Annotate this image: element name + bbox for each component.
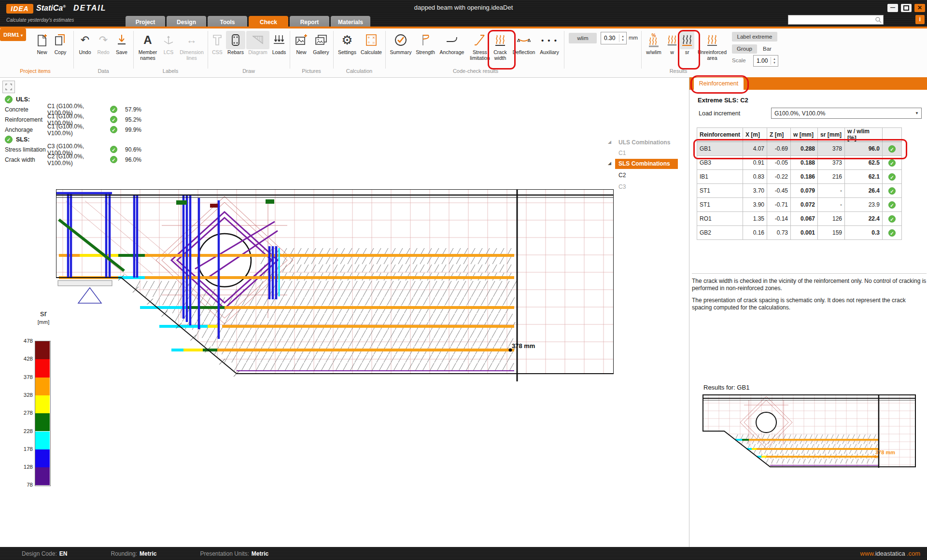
col-x: X [m] [743, 128, 767, 142]
sr-button[interactable]: sr [680, 31, 694, 56]
mini-beam-drawing: 378 mm [702, 394, 916, 468]
legend-title: sr [34, 309, 53, 319]
undo-label: Undo [76, 50, 94, 56]
design-code-value: EN [59, 550, 68, 557]
tree-item-uls-combinations[interactable]: ◢ ULS Combinations [606, 139, 689, 148]
cell-ratio: 26.4 [845, 184, 883, 198]
table-row-ro1[interactable]: RO11.35-0.140.06712622.4✓ [697, 212, 902, 226]
cell-name: ST1 [697, 184, 743, 198]
undo-button[interactable]: ↶ Undo [76, 31, 94, 56]
row-combo: C1 (G100.0%, V100.0%) [47, 123, 110, 137]
table-row-ib1[interactable]: IB10.83-0.220.18621662.1✓ [697, 170, 902, 184]
beam-outline [56, 189, 614, 381]
summary-label: Summary [388, 50, 413, 56]
table-row-st1a[interactable]: ST13.70-0.450.079-26.4✓ [697, 184, 902, 198]
css-button[interactable]: CSS [210, 31, 225, 56]
anchorage-icon [437, 31, 466, 49]
table-row-st1b[interactable]: ST13.90-0.710.072-23.9✓ [697, 198, 902, 212]
url-suffix: .com [907, 550, 920, 557]
table-row-gb1[interactable]: GB14.07-0.690.28837896.0✓ [697, 142, 902, 156]
info-button[interactable]: i [915, 15, 925, 24]
check-icon: ✓ [888, 145, 896, 153]
ribbon-group-pictures: Pictures [302, 68, 321, 74]
reinforcement-results-table: Reinforcement X [m] Z [m] w [mm] sr [mm]… [697, 127, 902, 240]
group-toggle[interactable]: Group [732, 44, 757, 54]
ribbon-divider [333, 31, 334, 69]
new-picture-icon [293, 31, 310, 49]
redo-button[interactable]: ↷ Redo [95, 31, 112, 56]
crack-width-notes: The crack width is checked in the vicini… [692, 273, 927, 316]
search-input[interactable] [788, 17, 875, 23]
member-names-button[interactable]: A Member names [136, 31, 159, 61]
ribbon-divider [385, 31, 386, 69]
table-row-gb3[interactable]: GB30.91-0.050.18837362.5✓ [697, 156, 902, 170]
cell-ratio: 62.5 [845, 156, 883, 170]
legend-tick: 378 [19, 374, 33, 380]
settings-button[interactable]: ⚙ Settings [336, 31, 358, 56]
cell-sr: 159 [818, 226, 845, 240]
new-label: New [33, 50, 51, 56]
new-picture-button[interactable]: New [293, 31, 310, 56]
drm-selector[interactable]: DRM1 ▾ [0, 28, 26, 41]
scale-value: 1.00 [754, 57, 771, 64]
tree-item-sls-combinations[interactable]: ◢ SLS Combinations [606, 160, 689, 169]
website-link[interactable]: www.ideastatica.com [860, 547, 920, 560]
stress-limitation-button[interactable]: Stress limitation [467, 31, 492, 61]
load-increment-label: Load increment [699, 110, 740, 117]
brand-tagline: Calculate yesterday's estimates [6, 17, 74, 23]
load-increment-dropdown[interactable]: G100.0%, V100.0% ▼ [771, 108, 922, 119]
summary-button[interactable]: Summary [388, 31, 413, 56]
cell-w: 0.186 [791, 170, 818, 184]
tab-reinforcement[interactable]: Reinforcement [694, 78, 744, 90]
ribbon-group-labels: Labels [163, 68, 178, 74]
w-wlim-button[interactable]: % w/wlim [643, 31, 664, 56]
tree-expand-icon[interactable]: ◢ [608, 161, 611, 166]
diagram-button[interactable]: Diagram [246, 31, 269, 56]
dimension-lines-label: Dimension lines [178, 50, 206, 61]
crack-width-button[interactable]: Crack width [491, 31, 510, 61]
calculate-button[interactable]: +×÷= Calculate [359, 31, 383, 56]
table-row-gb2[interactable]: GB20.160.730.0011590.3✓ [697, 226, 902, 240]
w-button[interactable]: w [666, 31, 678, 56]
auxiliary-button[interactable]: • • • Auxiliary [537, 31, 562, 56]
tree-item-c1[interactable]: C1 [606, 150, 689, 158]
tree-item-c3[interactable]: C3 [606, 183, 689, 192]
dimension-lines-button[interactable]: ↔ Dimension lines [178, 31, 206, 61]
ribbon-divider [133, 31, 134, 69]
copy-icon [51, 31, 70, 49]
close-button[interactable]: ✕ [914, 4, 925, 12]
legend-tick: 478 [19, 338, 33, 344]
lcs-label: LCS [160, 50, 177, 56]
strength-button[interactable]: Strength [414, 31, 436, 56]
deflection-button[interactable]: Deflection [512, 31, 536, 56]
cell-ratio: 0.3 [845, 226, 883, 240]
scale-spinner[interactable]: 1.00 ▲▼ [753, 55, 778, 67]
tree-item-c2[interactable]: C2 [606, 172, 689, 181]
cell-w: 0.001 [791, 226, 818, 240]
lcs-button[interactable]: LCS [160, 31, 177, 56]
rebars-button[interactable]: Rebars [226, 31, 245, 56]
search-box[interactable] [788, 15, 884, 25]
wlim-toggle[interactable]: wlim [569, 33, 597, 43]
tree-expand-icon[interactable]: ◢ [608, 140, 611, 144]
summary-row: AnchorageC1 (G100.0%, V100.0%)✓99.9% [5, 125, 169, 135]
label-extreme-toggle[interactable]: Label extreme [732, 32, 777, 42]
maximize-button[interactable] [901, 4, 912, 12]
support [58, 280, 112, 303]
copy-button[interactable]: Copy [51, 31, 70, 56]
gallery-button[interactable]: Gallery [311, 31, 331, 56]
auxiliary-label: Auxiliary [537, 50, 562, 56]
new-project-item-button[interactable]: New [33, 31, 51, 56]
anchorage-button[interactable]: Anchorage [437, 31, 466, 56]
loads-button[interactable]: Loads [270, 31, 288, 56]
spinner-arrows-icon[interactable]: ▲▼ [619, 34, 626, 42]
spinner-arrows-icon[interactable]: ▲▼ [771, 57, 778, 65]
svg-text:%: % [652, 33, 656, 38]
stress-limitation-label: Stress limitation [467, 50, 492, 61]
unreinforced-area-button[interactable]: Unreinforced area [696, 31, 728, 61]
save-button[interactable]: Save [113, 31, 130, 56]
minimize-button[interactable]: — [887, 4, 898, 12]
wlim-value-spinner[interactable]: 0.30 ▲▼ [601, 32, 627, 44]
sr-icon [680, 31, 694, 49]
expand-view-button[interactable] [2, 81, 15, 93]
